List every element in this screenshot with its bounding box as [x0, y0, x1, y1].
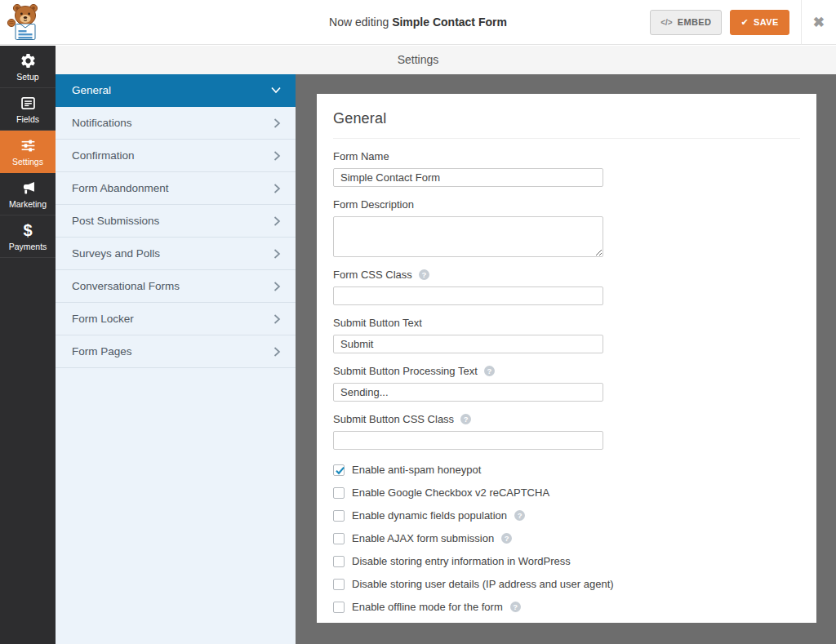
settings-menu: GeneralNotificationsConfirmationForm Aba… — [56, 74, 296, 644]
panel-title-bar: Settings — [56, 46, 836, 74]
menu-item-label: Form Abandonment — [72, 182, 273, 194]
field-row-form-css-class: Form CSS Class? — [333, 269, 800, 305]
save-button-label: SAVE — [754, 17, 779, 27]
field-label: Form Description — [333, 198, 414, 211]
disable-storing-entry-information-in-wordpress-checkbox[interactable] — [333, 556, 345, 567]
now-editing-title: Now editing Simple Contact Form — [329, 16, 507, 29]
embed-button[interactable]: </> EMBED — [650, 10, 722, 35]
menu-item-label: Form Pages — [72, 345, 273, 358]
sidebar-item-settings[interactable]: Settings — [0, 131, 56, 173]
enable-anti-spam-honeypot-checkbox[interactable] — [333, 464, 345, 476]
chevron-right-icon — [273, 216, 281, 226]
sidebar-item-setup[interactable]: Setup — [0, 46, 56, 88]
chevron-right-icon — [273, 314, 281, 324]
general-settings-panel: General Form NameForm DescriptionForm CS… — [317, 94, 816, 623]
help-icon[interactable]: ? — [484, 366, 495, 376]
menu-item-label: Confirmation — [72, 149, 273, 162]
settings-menu-item-general[interactable]: General — [56, 74, 296, 107]
sidebar-item-label: Setup — [16, 72, 38, 82]
settings-menu-item-confirmation[interactable]: Confirmation — [56, 140, 296, 172]
code-icon: </> — [660, 18, 672, 27]
section-divider — [333, 138, 800, 139]
fields-icon — [20, 95, 37, 112]
field-row-submit-button-text: Submit Button Text — [333, 317, 800, 353]
menu-item-label: Post Submissions — [72, 215, 273, 227]
enable-dynamic-fields-population-checkbox[interactable] — [333, 510, 345, 522]
field-label: Form CSS Class — [333, 269, 412, 281]
checkbox-row-enable-google-checkbox-v2-recaptcha: Enable Google Checkbox v2 reCAPTCHA — [333, 486, 800, 499]
field-row-form-name: Form Name — [333, 150, 800, 187]
save-button[interactable]: ✔ SAVE — [730, 10, 789, 35]
content-area: General Form NameForm DescriptionForm CS… — [296, 74, 836, 644]
field-row-submit-button-processing-text: Submit Button Processing Text? — [333, 365, 800, 402]
wpforms-logo — [7, 2, 44, 42]
builder-header: Now editing Simple Contact Form </> EMBE… — [0, 0, 836, 45]
checkbox-label: Disable storing entry information in Wor… — [352, 555, 571, 567]
enable-offline-mode-for-the-form-checkbox[interactable] — [333, 602, 345, 613]
submit-button-processing-text-input[interactable] — [333, 383, 603, 402]
sidebar-item-label: Settings — [12, 157, 43, 167]
disable-storing-user-details-ip-address-and-user-agent-checkbox[interactable] — [333, 579, 345, 590]
enable-google-checkbox-v2-recaptcha-checkbox[interactable] — [333, 487, 345, 499]
menu-item-label: General — [72, 84, 271, 96]
help-icon[interactable]: ? — [510, 602, 521, 612]
checkbox-label: Enable Google Checkbox v2 reCAPTCHA — [352, 486, 549, 499]
settings-menu-item-form-abandonment[interactable]: Form Abandonment — [56, 172, 296, 205]
header-divider — [801, 0, 802, 45]
settings-menu-item-conversational-forms[interactable]: Conversational Forms — [56, 270, 296, 303]
settings-fields: Form NameForm DescriptionForm CSS Class?… — [333, 150, 800, 450]
submit-button-css-class-input[interactable] — [333, 431, 603, 450]
help-icon[interactable]: ? — [419, 269, 429, 280]
checkbox-row-disable-storing-entry-information-in-wordpress: Disable storing entry information in Wor… — [333, 555, 800, 567]
sidebar-item-fields[interactable]: Fields — [0, 88, 56, 131]
now-editing-text: Now editing — [329, 16, 392, 29]
sidebar-item-payments[interactable]: $Payments — [0, 215, 56, 258]
chevron-right-icon — [273, 347, 281, 357]
checkbox-label: Enable offline mode for the form — [352, 601, 503, 613]
sidebar-item-label: Marketing — [9, 199, 47, 209]
settings-menu-item-surveys-and-polls[interactable]: Surveys and Polls — [56, 238, 296, 270]
checkbox-row-disable-storing-user-details-ip-address-and-user-agent: Disable storing user details (IP address… — [333, 578, 800, 590]
field-label: Submit Button Processing Text — [333, 365, 478, 377]
submit-button-text-input[interactable] — [333, 335, 603, 353]
help-icon[interactable]: ? — [460, 414, 471, 424]
form-description-textarea[interactable] — [333, 216, 603, 257]
checkbox-row-enable-anti-spam-honeypot: Enable anti-spam honeypot — [333, 464, 800, 476]
field-label: Submit Button CSS Class — [333, 413, 454, 425]
sidebar-item-marketing[interactable]: Marketing — [0, 173, 56, 215]
section-heading: General — [333, 110, 800, 127]
form-name-input[interactable] — [333, 168, 603, 187]
checkbox-label: Enable dynamic fields population — [352, 509, 507, 522]
chevron-right-icon — [273, 118, 281, 128]
check-icon: ✔ — [740, 17, 749, 28]
help-icon[interactable]: ? — [514, 510, 525, 521]
checkbox-label: Enable anti-spam honeypot — [352, 464, 481, 476]
settings-menu-item-form-pages[interactable]: Form Pages — [56, 335, 296, 368]
enable-ajax-form-submission-checkbox[interactable] — [333, 533, 345, 544]
sidebar-item-label: Fields — [16, 114, 39, 124]
settings-menu-item-form-locker[interactable]: Form Locker — [56, 303, 296, 335]
checkbox-row-enable-dynamic-fields-population: Enable dynamic fields population? — [333, 509, 800, 522]
menu-item-label: Form Locker — [72, 313, 273, 325]
chevron-right-icon — [273, 249, 281, 259]
menu-item-label: Surveys and Polls — [72, 247, 273, 260]
close-button[interactable]: ✖ — [812, 0, 836, 45]
settings-menu-item-notifications[interactable]: Notifications — [56, 107, 296, 140]
chevron-right-icon — [273, 282, 281, 291]
field-row-form-description: Form Description — [333, 198, 800, 257]
checkbox-row-enable-offline-mode-for-the-form: Enable offline mode for the form? — [333, 601, 800, 613]
field-row-submit-button-css-class: Submit Button CSS Class? — [333, 413, 800, 450]
field-label: Submit Button Text — [333, 317, 422, 329]
panel-title: Settings — [398, 46, 439, 74]
help-icon[interactable]: ? — [501, 533, 512, 544]
builder-sidebar: SetupFieldsSettingsMarketing$Payments — [0, 46, 56, 644]
sliders-icon — [20, 137, 37, 154]
sidebar-item-label: Payments — [9, 242, 47, 251]
wpforms-bear-icon — [7, 2, 44, 42]
form-css-class-input[interactable] — [333, 286, 603, 305]
close-icon: ✖ — [813, 15, 825, 30]
checkbox-row-enable-ajax-form-submission: Enable AJAX form submission? — [333, 532, 800, 544]
settings-menu-item-post-submissions[interactable]: Post Submissions — [56, 205, 296, 238]
field-label: Form Name — [333, 150, 389, 162]
gear-icon — [20, 52, 37, 69]
